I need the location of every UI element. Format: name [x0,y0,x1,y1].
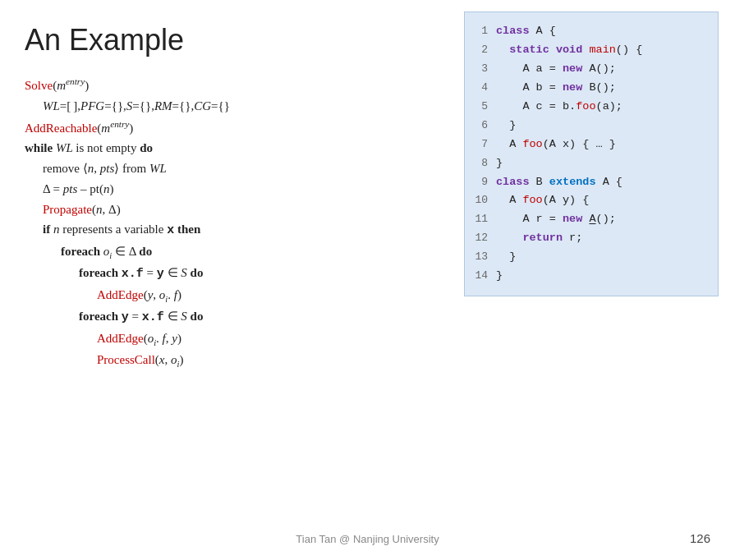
algo-line-12: foreach y = x.f ∈ S do [25,306,460,328]
code-line-7: 7 A foo(A x) { … } [470,135,706,154]
footer: Tian Tan @ Nanjing University [0,533,735,545]
algo-line-3: AddReachable(mentry) [25,117,460,139]
algo-line-11: AddEdge(y, oi. f) [25,285,460,306]
code-line-6: 6 } [470,117,706,135]
code-line-5: 5 A c = b.foo(a); [470,98,706,117]
code-line-10: 10 A foo(A y) { [470,191,706,210]
algo-line-2: WL=[ ],PFG={},S={},RM={},CG={} [25,96,460,117]
algo-line-7: Propagate(n, Δ) [25,200,460,220]
page-title: An Example [25,23,184,57]
code-panel: 1 class A { 2 static void main() { 3 A a… [464,11,719,296]
algo-line-9: foreach oi ∈ Δ do [25,241,460,263]
algo-line-13: AddEdge(oi. f, y) [25,328,460,350]
footer-text: Tian Tan @ Nanjing University [296,533,439,545]
algo-line-8: if n represents a variable x then [25,219,460,241]
page-number: 126 [690,531,710,545]
code-line-8: 8 } [470,154,706,173]
code-line-9: 9 class B extends A { [470,173,706,192]
algo-line-10: foreach x.f = y ∈ S do [25,263,460,285]
code-line-2: 2 static void main() { [470,41,706,60]
algo-line-14: ProcessCall(x, oi) [25,350,460,371]
algo-line-5: remove ⟨n, pts⟩ from WL [25,158,460,179]
code-line-11: 11 A r = new A(); [470,210,706,229]
code-line-13: 13 } [470,248,706,267]
algo-line-6: Δ = pts – pt(n) [25,179,460,200]
code-line-4: 4 A b = new B(); [470,79,706,98]
algorithm-panel: Solve(mentry) WL=[ ],PFG={},S={},RM={},C… [25,74,460,372]
code-line-14: 14 } [470,267,706,286]
algo-line-4: while WL is not empty do [25,138,460,158]
code-line-3: 3 A a = new A(); [470,60,706,79]
algo-line-1: Solve(mentry) [25,74,460,96]
code-line-12: 12 return r; [470,229,706,248]
code-line-1: 1 class A { [470,22,706,41]
